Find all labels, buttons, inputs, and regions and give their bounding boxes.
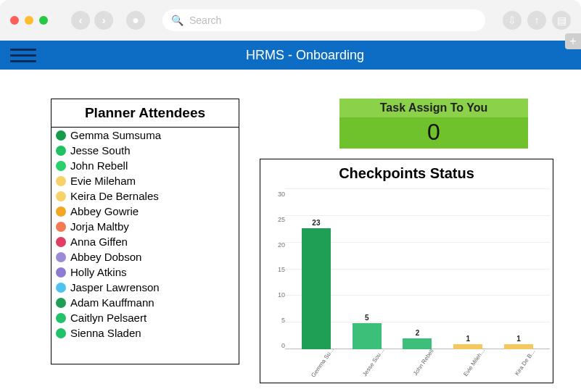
nav-buttons: ‹ ›: [71, 11, 113, 30]
attendee-name: Abbey Dobson: [70, 251, 141, 263]
app-header: HRMS - Onboarding: [0, 41, 581, 70]
bar-value-label: 1: [516, 335, 521, 343]
checkpoints-status-panel: Checkpoints Status 302520151050 235211 G…: [260, 159, 553, 383]
chevron-right-icon: ›: [102, 14, 106, 26]
attendee-item[interactable]: Holly Atkins: [51, 264, 239, 280]
tabs-icon: ▤: [557, 14, 566, 26]
chart-bars: 235211: [291, 189, 544, 349]
attendee-color-dot: [56, 176, 66, 186]
maximize-window-icon[interactable]: [39, 16, 48, 25]
attendee-color-dot: [56, 191, 66, 201]
y-tick-label: 10: [278, 291, 285, 299]
share-button[interactable]: ↑: [527, 11, 546, 30]
attendee-color-dot: [56, 161, 66, 171]
back-button[interactable]: ‹: [71, 11, 90, 30]
traffic-lights: [10, 16, 48, 25]
attendee-item[interactable]: John Rebell: [51, 158, 239, 173]
attendee-color-dot: [56, 237, 66, 247]
shield-icon: ●: [132, 14, 139, 27]
new-tab-button[interactable]: +: [565, 33, 581, 49]
attendee-item[interactable]: Anna Giffen: [51, 234, 239, 249]
attendee-name: Gemma Sumsuma: [70, 129, 161, 141]
share-icon: ↑: [535, 14, 540, 26]
chart-bar: 23: [297, 219, 335, 349]
attendee-item[interactable]: Keira De Bernales: [51, 188, 239, 204]
close-window-icon[interactable]: [10, 16, 19, 25]
hamburger-icon: [10, 49, 36, 51]
page-title: HRMS - Onboarding: [39, 48, 571, 63]
attendee-name: Jesse South: [70, 144, 131, 157]
bar-value-label: 5: [365, 314, 369, 322]
attendee-item[interactable]: Abbey Gowrie: [51, 204, 239, 219]
attendee-item[interactable]: Jesse South: [51, 143, 239, 158]
chart-y-axis: 302520151050: [265, 189, 285, 383]
search-icon: 🔍: [171, 14, 184, 26]
attendee-color-dot: [56, 313, 66, 323]
attendee-item[interactable]: Evie Mileham: [51, 173, 239, 188]
search-placeholder: Search: [189, 14, 221, 26]
download-icon: ⇩: [508, 14, 516, 26]
content-area: Planner Attendees Gemma SumsumaJesse Sou…: [0, 70, 581, 383]
attendee-color-dot: [56, 328, 66, 338]
attendee-color-dot: [56, 207, 66, 217]
bar-rect: [302, 228, 331, 349]
attendee-item[interactable]: Caitlyn Pelsaert: [51, 310, 239, 325]
attendee-color-dot: [56, 267, 66, 278]
attendee-name: Abbey Gowrie: [70, 205, 139, 217]
attendee-name: Anna Giffen: [70, 235, 128, 248]
plus-icon: +: [569, 35, 576, 48]
browser-right-buttons: ⇩ ↑ ▤: [503, 11, 571, 30]
attendee-name: Jasper Lawrenson: [70, 281, 160, 293]
attendee-name: Evie Mileham: [70, 175, 136, 187]
attendee-item[interactable]: Abbey Dobson: [51, 249, 239, 264]
attendee-name: Adam Kauffmann: [70, 296, 154, 309]
attendee-color-dot: [56, 283, 66, 293]
attendee-name: John Rebell: [70, 159, 128, 172]
tabs-button[interactable]: ▤: [552, 11, 571, 30]
right-column: Task Assign To You 0 Checkpoints Status …: [260, 99, 561, 383]
checkpoints-status-title: Checkpoints Status: [260, 159, 553, 185]
task-assign-widget: Task Assign To You 0: [339, 99, 528, 149]
left-column: Planner Attendees Gemma SumsumaJesse Sou…: [51, 99, 239, 383]
attendee-name: Sienna Sladen: [70, 327, 141, 339]
bar-value-label: 2: [416, 329, 420, 337]
planner-attendees-panel: Planner Attendees Gemma SumsumaJesse Sou…: [51, 99, 239, 364]
bar-value-label: 1: [466, 335, 471, 343]
shield-button[interactable]: ●: [126, 11, 145, 30]
attendee-name: Keira De Bernales: [70, 190, 159, 202]
task-assign-label: Task Assign To You: [339, 99, 528, 117]
attendee-name: Caitlyn Pelsaert: [70, 312, 147, 324]
attendee-color-dot: [56, 252, 66, 262]
forward-button[interactable]: ›: [94, 11, 113, 30]
minimize-window-icon[interactable]: [25, 16, 33, 25]
attendee-item[interactable]: Jorja Maltby: [51, 219, 239, 234]
y-tick-label: 15: [278, 266, 285, 273]
hamburger-menu-button[interactable]: [10, 49, 39, 62]
attendee-name: Jorja Maltby: [70, 220, 129, 233]
attendee-color-dot: [56, 146, 66, 156]
attendee-item[interactable]: Adam Kauffmann: [51, 295, 239, 310]
attendee-color-dot: [56, 130, 66, 141]
chart-body: 302520151050 235211 Gemma Su…Jesse Sou…J…: [260, 185, 553, 383]
attendee-item[interactable]: Sienna Sladen: [51, 325, 239, 341]
attendee-name: Holly Atkins: [70, 266, 127, 278]
attendee-item[interactable]: Jasper Lawrenson: [51, 280, 239, 295]
y-tick-label: 30: [278, 191, 285, 198]
task-assign-value: 0: [339, 117, 528, 149]
chart-x-labels: Gemma Su…Jesse Sou…John RebellEvie Mileh…: [291, 351, 544, 383]
attendee-item[interactable]: Gemma Sumsuma: [51, 128, 239, 143]
attendee-color-dot: [56, 298, 66, 308]
chart-plot-area: 235211 Gemma Su…Jesse Sou…John RebellEvi…: [285, 189, 550, 383]
attendee-list[interactable]: Gemma SumsumaJesse SouthJohn RebellEvie …: [51, 128, 239, 364]
y-tick-label: 25: [278, 216, 285, 223]
bar-value-label: 23: [312, 219, 320, 227]
browser-chrome: ‹ › ● 🔍 Search ⇩ ↑ ▤ +: [0, 0, 581, 41]
y-tick-label: 20: [278, 241, 285, 249]
downloads-button[interactable]: ⇩: [503, 11, 522, 30]
attendee-color-dot: [56, 222, 66, 232]
chevron-left-icon: ‹: [79, 14, 83, 26]
address-bar[interactable]: 🔍 Search: [162, 9, 485, 31]
planner-attendees-title: Planner Attendees: [51, 99, 239, 128]
